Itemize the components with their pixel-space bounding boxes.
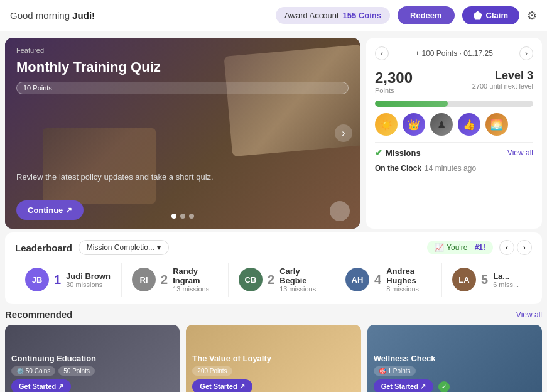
player-1-info: Judi Brown 30 missions (66, 271, 111, 288)
level-value: Level 3 (472, 69, 533, 82)
rec-card-3-badge-points: 🎯 1 Points (374, 366, 416, 376)
player-5-missions: 6 miss... (493, 281, 519, 288)
player-2-info: Randy Ingram 13 missions (173, 266, 218, 293)
featured-title: Monthly Training Quiz (16, 59, 349, 75)
rec-card-1-cta-button[interactable]: Get Started ↗ (11, 379, 71, 392)
player-5-name: La... (493, 271, 519, 281)
player-4-info: Andrea Hughes 8 missions (386, 266, 431, 293)
player-2-name: Randy Ingram (173, 266, 218, 285)
points-label: Points (375, 87, 413, 94)
settings-icon[interactable]: ⚙ (527, 9, 537, 23)
chevron-down-icon: ▾ (157, 243, 161, 252)
player-2-missions: 13 missions (173, 285, 218, 293)
player-5-info: La... 6 miss... (493, 271, 519, 288)
leaderboard-prev-button[interactable]: ‹ (499, 240, 514, 255)
leaderboard-player-4: AH 4 Andrea Hughes 8 missions (335, 263, 442, 297)
carousel-dot-3[interactable] (189, 214, 194, 219)
rec-card-1-content: Continuing Education ⚙️ 50 Coins 50 Poin… (5, 347, 180, 392)
player-1-name: Judi Brown (66, 271, 111, 281)
missions-label: ✔ Missions (375, 148, 421, 158)
badge-castle-icon[interactable]: ♟ (430, 113, 453, 136)
coins-value: 155 Coins (343, 11, 381, 20)
recommended-title: Recommended (5, 309, 73, 320)
player-3-avatar: CB (239, 268, 263, 291)
featured-description: Review the latest policy updates and tak… (16, 99, 349, 200)
player-3-name: Carly Begbie (279, 266, 325, 285)
main-section: Featured Monthly Training Quiz 10 Points… (0, 31, 547, 232)
badge-moon-icon[interactable]: 🌅 (485, 113, 508, 136)
badge-sun-icon[interactable]: ☀️ (375, 113, 398, 136)
rec-card-1-badges: ⚙️ 50 Coins 50 Points (11, 366, 173, 376)
leaderboard-players: JB 1 Judi Brown 30 missions RI 2 Randy I… (15, 263, 532, 297)
on-clock-status: On the Clock 14 minutes ago (375, 164, 533, 173)
leaderboard-player-1: JB 1 Judi Brown 30 missions (15, 263, 122, 297)
rec-card-3-title: Wellness Check (374, 354, 536, 363)
leaderboard-player-3: CB 2 Carly Begbie 13 missions (229, 263, 335, 297)
featured-decoration (330, 201, 350, 221)
missions-row: ✔ Missions View all (375, 142, 533, 158)
featured-points-badge: 10 Points (16, 82, 349, 94)
level-label: 2700 until next level (472, 82, 533, 90)
you-label: You're (447, 243, 467, 252)
rec-card-3-content: Wellness Check 🎯 1 Points Get Started ↗ … (367, 347, 542, 392)
recommended-section: Recommended View all Continuing Educatio… (5, 309, 542, 392)
featured-content: Featured Monthly Training Quiz 10 Points… (5, 38, 360, 229)
points-prev-button[interactable]: ‹ (375, 46, 389, 60)
rec-card-2-cta-button[interactable]: Get Started ↗ (192, 379, 252, 392)
filter-label: Mission Completio... (87, 243, 154, 252)
player-2-rank: 2 (161, 273, 168, 287)
rec-card-1-badge-coins: ⚙️ 50 Coins (11, 366, 55, 376)
rec-card-1: Continuing Education ⚙️ 50 Coins 50 Poin… (5, 325, 180, 392)
leaderboard-player-5: LA 5 La... 6 miss... (442, 263, 532, 297)
points-navigation: ‹ + 100 Points · 01.17.25 › (375, 46, 533, 60)
featured-card: Featured Monthly Training Quiz 10 Points… (5, 38, 360, 229)
player-4-name: Andrea Hughes (386, 266, 431, 285)
leaderboard-section: Leaderboard Mission Completio... ▾ 📈 You… (5, 232, 542, 304)
featured-next-arrow[interactable]: › (335, 124, 352, 142)
player-4-rank: 4 (374, 273, 381, 287)
player-1-avatar: JB (25, 268, 49, 291)
leaderboard-arrows: ‹ › (499, 240, 532, 255)
award-label: Award Account (284, 11, 338, 20)
leaderboard-player-2: RI 2 Randy Ingram 13 missions (122, 263, 229, 297)
leaderboard-title: Leaderboard (15, 242, 72, 253)
player-4-avatar: AH (345, 268, 369, 291)
progress-panel: ‹ + 100 Points · 01.17.25 › 2,300 Points… (366, 38, 542, 229)
badge-thumbsup-icon[interactable]: 👍 (458, 113, 480, 136)
rec-card-2-content: The Value of Loyalty 200 Points Get Star… (186, 347, 360, 392)
player-4-missions: 8 missions (386, 285, 431, 293)
greeting-label: Good morning (10, 10, 72, 21)
featured-cta-button[interactable]: Continue ↗ (16, 200, 84, 220)
level-section: Level 3 2700 until next level (472, 69, 533, 90)
player-1-rank: 1 (54, 273, 61, 287)
done-check-icon: ✓ (438, 381, 450, 393)
rec-card-1-title: Continuing Education (11, 354, 173, 363)
recommended-cards: Continuing Education ⚙️ 50 Coins 50 Poin… (5, 325, 542, 392)
experience-progress-fill (375, 101, 448, 107)
points-value: 2,300 (375, 69, 413, 87)
rec-card-2-badges: 200 Points (192, 366, 354, 376)
rec-card-3-cta-button[interactable]: Get Started ↗ (374, 379, 433, 392)
rec-card-3-actions: Get Started ↗ ✓ (374, 379, 536, 392)
you-rank-link[interactable]: #1! (475, 243, 485, 252)
header: Good morning Judi! Award Account 155 Coi… (0, 0, 547, 31)
on-clock-label: On the Clock (375, 164, 421, 173)
claim-label: Claim (486, 11, 508, 20)
leaderboard-next-button[interactable]: › (517, 240, 532, 255)
carousel-dot-1[interactable] (171, 214, 176, 219)
redeem-button[interactable]: Redeem (398, 6, 455, 24)
leaderboard-filter-dropdown[interactable]: Mission Completio... ▾ (79, 240, 169, 255)
claim-button[interactable]: Claim (462, 6, 519, 24)
badge-crown-icon[interactable]: 👑 (403, 113, 425, 136)
rec-card-2-title: The Value of Loyalty (192, 354, 354, 363)
recommended-header: Recommended View all (5, 309, 542, 320)
rec-card-1-badge-points: 50 Points (58, 366, 95, 376)
username-label: Judi! (72, 10, 95, 21)
missions-view-all-link[interactable]: View all (507, 148, 533, 157)
rec-card-3: Wellness Check 🎯 1 Points Get Started ↗ … (367, 325, 542, 392)
rec-card-2-badge-points: 200 Points (192, 366, 232, 376)
points-next-button[interactable]: › (519, 46, 533, 60)
carousel-dot-2[interactable] (180, 214, 185, 219)
points-level-row: 2,300 Points Level 3 2700 until next lev… (375, 69, 533, 94)
recommended-view-all-link[interactable]: View all (516, 310, 542, 319)
